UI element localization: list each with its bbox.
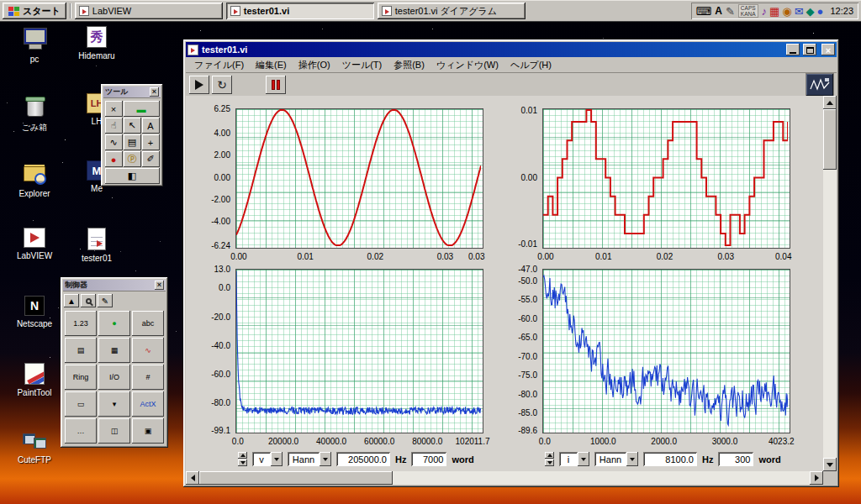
color-copy-tool-icon[interactable]: ✐ (142, 151, 160, 167)
menu-edit[interactable]: 編集(E) (250, 57, 293, 73)
graph-control-icon[interactable]: ∿ (132, 338, 164, 363)
menu-window[interactable]: ウィンドウ(W) (430, 57, 504, 73)
taskbar-task-labview[interactable]: LabVIEW (75, 3, 223, 19)
shortcut-menu-tool-icon[interactable]: ▤ (124, 134, 141, 150)
wire-tool-icon[interactable]: ∿ (105, 134, 123, 150)
user-controls-icon[interactable]: ◫ (98, 418, 130, 444)
tray-icon-1[interactable]: ♪ (762, 6, 768, 17)
string-path-control-icon[interactable]: abc (132, 311, 164, 336)
run-button[interactable] (189, 76, 209, 94)
position-tool-icon[interactable]: ↖ (124, 118, 141, 134)
keyboard-icon[interactable]: ⌨ (696, 6, 712, 17)
menu-file[interactable]: ファイル(F) (188, 57, 250, 73)
refnum-control-icon[interactable]: # (132, 365, 164, 390)
io-control-icon[interactable]: I/O (98, 365, 130, 390)
tray-icon-3[interactable]: ◉ (782, 6, 791, 17)
scroll-down-icon[interactable] (823, 458, 837, 471)
chevron-down-icon[interactable] (320, 452, 331, 466)
desktop-icon-recycle-bin[interactable]: ごみ箱 (7, 93, 62, 134)
vertical-scroll-thumb[interactable] (823, 109, 837, 170)
auto-tool-select-icon[interactable]: × (105, 101, 123, 117)
scroll-tool-icon[interactable]: + (142, 134, 160, 150)
maximize-button[interactable] (803, 44, 816, 55)
desktop-icon-netscape[interactable]: Netscape (7, 296, 62, 328)
word-count-field-left[interactable]: 7000 (411, 452, 446, 466)
minimize-button[interactable] (786, 44, 800, 55)
pen-input-icon[interactable]: ✎ (726, 6, 735, 17)
desktop-icon-hidemaru[interactable]: Hidemaru (69, 26, 124, 60)
desktop-icon-explorer[interactable]: Explorer (7, 160, 62, 198)
tray-icon-6[interactable]: ● (817, 6, 824, 17)
boolean-control-icon[interactable]: ● (98, 311, 130, 336)
window-fn-value: Hann (288, 452, 320, 466)
decorations-icon[interactable]: ▭ (65, 391, 97, 417)
auto-tool-led-icon[interactable]: ▬ (124, 101, 160, 117)
edit-text-tool-icon[interactable]: A (142, 118, 160, 134)
word-count-field-right[interactable]: 300 (718, 452, 753, 466)
run-continuous-button[interactable]: ↻ (212, 76, 232, 94)
taskbar-task-tester01-panel[interactable]: tester01.vi (226, 3, 374, 19)
taskbar-clock[interactable]: 12:23 (827, 6, 853, 16)
search-icon[interactable] (81, 294, 96, 307)
taskbar-task-tester01-diagram[interactable]: tester01.vi ダイアグラム (378, 3, 526, 19)
close-button[interactable]: × (821, 44, 835, 55)
unit-ring-right[interactable]: i (559, 452, 589, 466)
desktop-icon-painttool[interactable]: PaintTool (7, 363, 62, 397)
menu-help[interactable]: ヘルプ(H) (504, 57, 557, 73)
chevron-down-icon[interactable] (626, 452, 638, 466)
sample-rate-field-left[interactable]: 205000.0 (336, 452, 390, 466)
desktop-icon-cuteftp[interactable]: CuteFTP (7, 427, 62, 465)
menu-tools[interactable]: ツール(T) (336, 57, 388, 73)
options-icon[interactable]: ✎ (98, 294, 113, 307)
close-icon[interactable] (150, 87, 159, 97)
chevron-down-icon[interactable] (271, 452, 283, 466)
scroll-right-icon[interactable] (810, 471, 823, 485)
scroll-left-icon[interactable] (186, 471, 199, 485)
tray-icon-2[interactable]: ▦ (769, 6, 779, 17)
window-function-ring-right[interactable]: Hann (594, 452, 638, 466)
breakpoint-tool-icon[interactable]: ● (105, 151, 123, 167)
array-cluster-control-icon[interactable]: ▦ (98, 338, 130, 363)
color-tool-icon[interactable]: ◧ (105, 168, 160, 184)
controls-palette-titlebar[interactable]: 制御器 (63, 280, 166, 291)
horizontal-scroll-thumb[interactable] (199, 471, 393, 485)
operate-value-tool-icon[interactable]: ☝ (105, 118, 123, 134)
chevron-down-icon[interactable] (578, 452, 589, 466)
unit-spinner[interactable] (545, 452, 554, 466)
ring-enum-control-icon[interactable]: Ring (65, 365, 97, 390)
tray-icon-4[interactable]: ✉ (795, 6, 804, 17)
vertical-scrollbar[interactable] (823, 96, 837, 471)
horizontal-scrollbar[interactable] (186, 471, 823, 485)
window-titlebar[interactable]: tester01.vi × (186, 42, 837, 57)
caps-kana-indicator[interactable]: CAPS KANA (738, 4, 758, 18)
menu-operate[interactable]: 操作(O) (293, 57, 336, 73)
unit-spinner[interactable] (238, 452, 247, 466)
minimize-icon (790, 52, 796, 54)
desktop-icon-labview[interactable]: LabVIEW (7, 228, 62, 260)
desktop-icon-pc[interactable]: pc (7, 26, 62, 64)
y-tick-label: -89.6 (518, 426, 537, 435)
list-table-control-icon[interactable]: ▤ (65, 338, 97, 363)
paint-tool-icon (24, 363, 45, 385)
unit-ring-left[interactable]: v (252, 452, 283, 466)
numeric-control-icon[interactable]: 1.23 (65, 311, 97, 336)
close-icon[interactable] (155, 281, 164, 290)
start-button[interactable]: スタート (3, 3, 66, 19)
ime-mode-indicator[interactable]: A (715, 6, 722, 17)
activex-icon[interactable]: ActX (132, 391, 164, 417)
window-function-ring-left[interactable]: Hann (288, 452, 331, 466)
probe-tool-icon[interactable]: Ⓟ (124, 151, 141, 167)
select-control-icon[interactable]: … (65, 418, 97, 444)
menu-ring-icon[interactable]: ▾ (98, 391, 130, 417)
sample-rate-field-right[interactable]: 8100.0 (643, 452, 697, 466)
classic-palette-icon[interactable]: ▣ (132, 418, 164, 444)
tools-palette-titlebar[interactable]: ツール (103, 87, 161, 98)
menu-browse[interactable]: 参照(B) (388, 57, 430, 73)
scroll-up-icon[interactable] (823, 96, 837, 109)
x-tick-label: 0.03 (718, 252, 734, 261)
desktop-icon-tester01[interactable]: tester01 (69, 228, 124, 263)
pin-up-icon[interactable]: ▲ (64, 294, 79, 307)
pause-button[interactable] (266, 76, 286, 94)
x-tick-label: 102011.7 (456, 437, 490, 446)
tray-icon-5[interactable]: ◆ (806, 6, 815, 17)
